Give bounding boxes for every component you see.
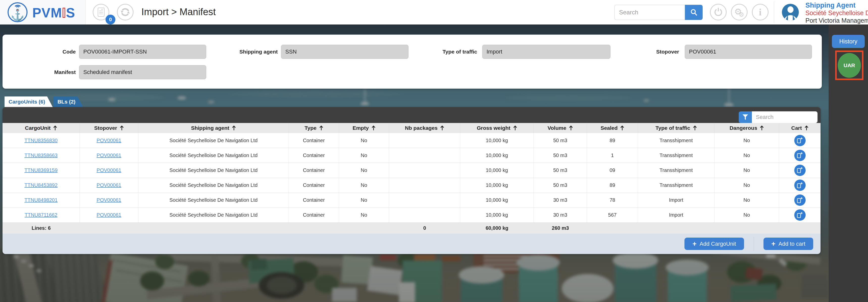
- add-row-to-cart-button[interactable]: [794, 150, 806, 161]
- cell-stopover: POV00061: [80, 178, 138, 193]
- cell-type-of-traffic: Import: [638, 208, 714, 223]
- uar-badge: UAR: [838, 53, 861, 78]
- stopover-link[interactable]: POV00061: [97, 152, 121, 158]
- add-row-to-cart-button[interactable]: [794, 135, 806, 146]
- add-to-cart-icon: [797, 197, 803, 204]
- cell-type: Container: [289, 133, 339, 148]
- user-role: Shipping Agent: [805, 1, 868, 9]
- totals-cell: [587, 223, 638, 234]
- type-of-traffic-label: Type of traffic: [427, 45, 477, 59]
- shipping-agent-field[interactable]: SSN: [281, 45, 408, 59]
- cell-type-of-traffic: Transshipment: [638, 133, 714, 148]
- sort-asc-icon: [693, 125, 697, 130]
- stopover-link[interactable]: POV00061: [97, 182, 121, 188]
- cell-dangerous: No: [714, 163, 779, 178]
- cell-type: Container: [289, 193, 339, 208]
- global-search-button[interactable]: [685, 5, 703, 20]
- cell-nb-packages: [389, 208, 460, 223]
- tab-bls[interactable]: BLs (2): [54, 96, 83, 107]
- manifest-draft-button[interactable]: 0: [93, 4, 109, 21]
- totals-cell: 260 m3: [534, 223, 587, 234]
- add-to-cart-button[interactable]: +Add to cart: [764, 238, 813, 250]
- table-toolbar: [2, 107, 820, 123]
- column-header-nb-packages[interactable]: Nb packages: [389, 123, 460, 133]
- cargounit-link[interactable]: TTNU8711662: [25, 212, 58, 218]
- stopover-link[interactable]: POV00061: [97, 197, 121, 203]
- table-search-input[interactable]: [752, 111, 817, 123]
- refresh-button[interactable]: [117, 4, 133, 21]
- type-of-traffic-field[interactable]: Import: [482, 45, 611, 59]
- sort-asc-icon: [620, 125, 624, 130]
- gear-icon: ⚙: [739, 11, 744, 18]
- sort-asc-icon: [440, 125, 444, 130]
- column-header-type[interactable]: Type: [289, 123, 339, 133]
- column-header-cargounit[interactable]: CargoUnit: [2, 123, 80, 133]
- totals-cell: [289, 223, 339, 234]
- avatar[interactable]: [782, 4, 799, 21]
- cell-cargo-unit: TTNU8356830: [2, 133, 80, 148]
- cell-sealed: 89: [587, 133, 638, 148]
- stopover-link[interactable]: POV00061: [97, 138, 121, 144]
- column-header-sealed[interactable]: Sealed: [587, 123, 638, 133]
- sort-asc-icon: [805, 125, 808, 130]
- table-row: TTNU8711662POV00061Société Seychelloise …: [2, 208, 820, 223]
- column-header-empty[interactable]: Empty: [339, 123, 389, 133]
- cell-volume: 50 m3: [534, 178, 587, 193]
- cell-dangerous: No: [714, 133, 779, 148]
- logout-button[interactable]: [710, 4, 726, 21]
- cargounit-link[interactable]: TTNU8356830: [25, 138, 58, 144]
- cargounit-link[interactable]: TTNU8358663: [25, 152, 58, 158]
- table-row: TTNU8356830POV00061Société Seychelloise …: [2, 133, 820, 148]
- cell-type: Container: [289, 208, 339, 223]
- brand-text: PVMIS: [32, 5, 75, 21]
- cell-nb-packages: [389, 193, 460, 208]
- column-header-shipping-agent[interactable]: Shipping agent: [138, 123, 289, 133]
- totals-cell: [138, 223, 289, 234]
- cargounit-link[interactable]: TTNU8453892: [25, 182, 58, 188]
- cell-type-of-traffic: Transshipment: [638, 163, 714, 178]
- plus-icon: +: [771, 240, 775, 247]
- table-header: CargoUnitStopoverShipping agentTypeEmpty…: [2, 123, 820, 133]
- cell-empty: No: [339, 133, 389, 148]
- cargounit-link[interactable]: TTNU8369159: [25, 168, 58, 173]
- code-field[interactable]: POV00061-IMPORT-SSN: [79, 45, 206, 59]
- add-row-to-cart-button[interactable]: [794, 164, 806, 176]
- sort-asc-icon: [372, 125, 375, 130]
- filter-button[interactable]: [739, 111, 752, 123]
- info-button[interactable]: i: [752, 4, 769, 21]
- add-to-cart-icon: [797, 182, 803, 189]
- column-header-dangerous[interactable]: Dangerous: [714, 123, 779, 133]
- column-header-type-of-traffic[interactable]: Type of traffic: [638, 123, 714, 133]
- column-header-volume[interactable]: Volume: [534, 123, 587, 133]
- cell-empty: No: [339, 208, 389, 223]
- history-button[interactable]: History: [832, 35, 865, 48]
- stopover-field[interactable]: POV00061: [685, 45, 812, 59]
- cell-gross-weight: 10,000 kg: [460, 178, 534, 193]
- global-search-input[interactable]: [614, 5, 685, 20]
- stopover-link[interactable]: POV00061: [97, 212, 121, 218]
- add-row-to-cart-button[interactable]: [794, 194, 806, 206]
- totals-cell: 0: [389, 223, 460, 234]
- cell-dangerous: No: [714, 178, 779, 193]
- table-row: TTNU8369159POV00061Société Seychelloise …: [2, 163, 820, 178]
- cargounit-link[interactable]: TTNU8498201: [25, 197, 58, 203]
- cell-stopover: POV00061: [80, 163, 138, 178]
- uar-indicator[interactable]: UAR: [835, 51, 864, 80]
- stopover-link[interactable]: POV00061: [97, 168, 121, 173]
- cell-shipping-agent: Société Seychelloise De Navigation Ltd: [138, 163, 289, 178]
- cell-shipping-agent: Société Seychelloise De Navigation Ltd: [138, 208, 289, 223]
- column-header-stopover[interactable]: Stopover: [80, 123, 138, 133]
- cell-stopover: POV00061: [80, 148, 138, 163]
- manifest-field[interactable]: Scheduled manifest: [79, 65, 206, 79]
- cell-stopover: POV00061: [80, 208, 138, 223]
- column-header-cart[interactable]: Cart: [779, 123, 820, 133]
- app-logo[interactable]: ⚓ PVMIS: [0, 0, 86, 25]
- settings-button[interactable]: ⚙ ⚙: [731, 4, 748, 21]
- tab-cargounits[interactable]: CargoUnits (6): [4, 96, 53, 107]
- cell-volume: 30 m3: [534, 193, 587, 208]
- totals-cell: [638, 223, 714, 234]
- add-row-to-cart-button[interactable]: [794, 180, 806, 191]
- add-row-to-cart-button[interactable]: [794, 209, 806, 221]
- add-cargounit-button[interactable]: +Add CargoUnit: [684, 238, 744, 250]
- column-header-gross-weight[interactable]: Gross weight: [460, 123, 534, 133]
